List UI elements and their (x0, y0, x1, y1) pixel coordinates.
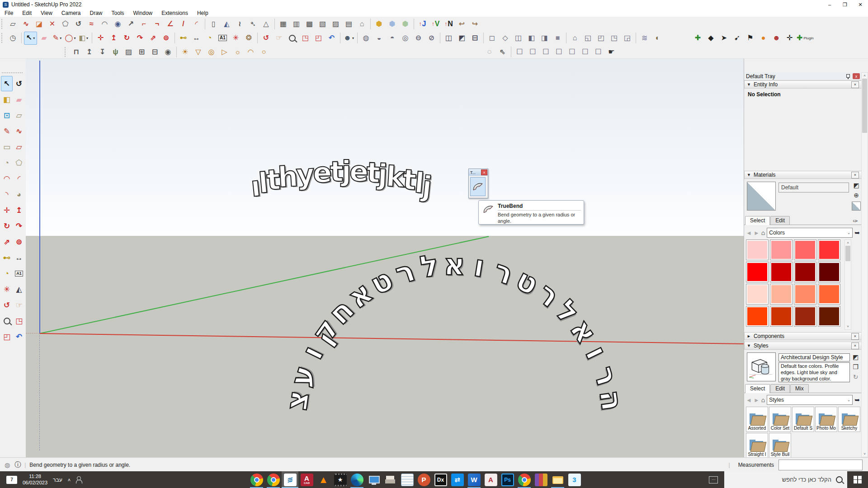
style-folder[interactable]: Color Set (769, 407, 791, 432)
details-arrow-icon[interactable]: ➥ (854, 396, 860, 404)
style-folder[interactable]: Straight I (746, 433, 768, 458)
scroll-thumb[interactable] (862, 79, 867, 133)
cut-plane-icon[interactable]: ✕ (46, 18, 58, 30)
tray-scrollbar[interactable]: ˄ ˅ (861, 72, 868, 457)
pan-tool-icon[interactable]: ☞ (273, 32, 285, 44)
column-tool-icon[interactable]: ▯ (208, 18, 220, 30)
flag-tool-icon[interactable]: ⚑ (744, 32, 756, 44)
solid-split-icon[interactable]: ⊖ (412, 32, 425, 44)
taskbar-app-vlc[interactable]: ▲ (315, 471, 332, 488)
push-pull-tool-icon[interactable]: ↥ (13, 202, 25, 218)
viewport-3d[interactable]: ılthyetjetjktlj צעוקחאטרלאורטרלאורה T...… (26, 59, 744, 457)
menu-camera[interactable]: Camera (57, 10, 85, 16)
tab-mix[interactable]: Mix (790, 384, 809, 393)
circle-select-icon[interactable]: ◌ (483, 46, 495, 58)
collapse-arrow-icon[interactable]: ▼ (747, 82, 751, 87)
color-swatch[interactable] (770, 284, 793, 305)
round-corner-icon[interactable]: ⌐ (138, 18, 150, 30)
leaf-hatch-icon[interactable]: ▨ (123, 46, 135, 58)
styles-header[interactable]: ▼ Styles × (744, 342, 862, 350)
kite-pin-icon[interactable]: ▷ (218, 46, 231, 58)
menu-extensions[interactable]: Extensions (157, 10, 193, 16)
dimension-tool-icon[interactable]: ↔ (190, 32, 203, 44)
components-header[interactable]: ► Components × (744, 332, 862, 340)
loop-select-icon[interactable]: ↺ (72, 18, 85, 30)
taskbar-app-3ds-max[interactable]: 3 (566, 471, 583, 488)
palette-grip[interactable] (2, 72, 23, 73)
style-hidden-line-icon[interactable]: ◫ (512, 32, 524, 44)
rotate-tool-icon[interactable]: ↻ (121, 32, 133, 44)
tape-measure-icon[interactable]: ⊷ (177, 32, 189, 44)
pin-icon[interactable] (846, 74, 850, 78)
collapse-arrow-icon[interactable]: ▼ (747, 343, 751, 348)
tab-edit[interactable]: Edit (770, 216, 790, 225)
color-swatch[interactable] (818, 306, 840, 327)
scroll-up-icon[interactable]: ˄ (847, 240, 849, 246)
pin-arrow-icon[interactable]: ➹ (731, 32, 743, 44)
view-right-icon[interactable]: ◳ (608, 32, 620, 44)
taskbar-app-winrar[interactable] (533, 471, 549, 488)
slope-edge-icon[interactable]: / (177, 18, 189, 30)
style-textured-icon[interactable]: ◨ (538, 32, 551, 44)
menu-view[interactable]: View (36, 10, 57, 16)
component-down-icon[interactable]: ↧ (96, 46, 108, 58)
color-swatch[interactable] (746, 262, 769, 282)
collapse-arrow-icon[interactable]: ▼ (747, 173, 751, 177)
sketchy-edges-icon[interactable]: ▱ (7, 18, 19, 30)
back-icon[interactable]: ◄ (746, 230, 752, 236)
color-swatch[interactable] (770, 239, 793, 260)
paint-wheel-icon[interactable]: ❂ (243, 32, 255, 44)
dome-orange-icon[interactable]: ◠ (245, 46, 257, 58)
orbit-tool-icon[interactable]: ↺ (1, 297, 13, 313)
entity-info-close-icon[interactable]: × (851, 81, 859, 88)
bend-down-icon[interactable]: ↩ (456, 18, 468, 30)
rotate-tool-icon[interactable]: ↻ (1, 218, 13, 234)
prism-tool-icon[interactable]: ◭ (221, 18, 233, 30)
taskbar-app-edge[interactable] (349, 471, 365, 488)
menu-edit[interactable]: Edit (18, 10, 36, 16)
hatch-vertical-icon[interactable]: ▥ (290, 18, 302, 30)
style-xray-icon[interactable]: ◻ (486, 32, 498, 44)
corner-cube-green-icon[interactable]: ⬢ (399, 18, 411, 30)
polygon-draw-icon[interactable]: ⬠ (59, 18, 71, 30)
taskbar-app-teamviewer[interactable]: ⇄ (449, 471, 466, 488)
pan-tool-icon[interactable]: ☞ (13, 297, 25, 313)
fillet-corner-icon[interactable]: ¬ (151, 18, 163, 30)
box-style-6-icon[interactable]: ☐ (579, 46, 591, 58)
paint-bucket-icon[interactable]: ◧▾ (77, 32, 90, 44)
grid-fill-icon[interactable]: ▦ (277, 18, 289, 30)
view-front-icon[interactable]: ◰ (595, 32, 607, 44)
shape-tool-icon[interactable]: ◯▾ (64, 32, 76, 44)
view-iso-icon[interactable]: ⌂ (569, 32, 581, 44)
view-top-icon[interactable]: ◱ (582, 32, 594, 44)
material-sample-icon[interactable] (852, 202, 861, 211)
geolocation-icon[interactable]: ◍ (5, 461, 10, 469)
wave-tool-icon[interactable]: ≀ (234, 18, 246, 30)
add-location-icon[interactable]: ✚ (692, 32, 704, 44)
hatch-cross-icon[interactable]: ▩ (303, 18, 316, 30)
eraser-tool-icon[interactable]: ▰ (13, 92, 25, 107)
color-swatch[interactable] (770, 306, 793, 327)
select-tool-icon[interactable]: ↖▾ (24, 32, 37, 45)
taskbar-app-word[interactable]: W (466, 471, 482, 488)
make-component-icon[interactable]: ⊡ (1, 108, 13, 123)
scale-tool-icon[interactable]: ⇗ (1, 234, 13, 249)
component-up-icon[interactable]: ↥ (83, 46, 95, 58)
color-swatch[interactable] (794, 239, 816, 260)
zoom-tool-icon[interactable] (286, 32, 298, 44)
color-swatch[interactable] (746, 306, 769, 327)
menu-help[interactable]: Help (193, 10, 213, 16)
pie-tool-icon[interactable]: ◕ (13, 187, 25, 202)
taskbar-app-chrome-2[interactable] (265, 471, 282, 488)
back-icon[interactable]: ◄ (746, 397, 752, 404)
follow-me-tool-icon[interactable]: ↷ (134, 32, 146, 44)
solid-outer-shell-icon[interactable]: ⊘ (425, 32, 438, 44)
materials-close-icon[interactable]: × (851, 172, 859, 178)
flow-curve-icon[interactable]: ≈ (85, 18, 98, 30)
language-indicator[interactable]: עבר (53, 477, 62, 483)
funnel-tool-icon[interactable]: ▽ (192, 46, 204, 58)
scroll-thumb[interactable] (845, 246, 850, 261)
forward-icon[interactable]: ► (754, 230, 760, 236)
view-back-icon[interactable]: ◲ (621, 32, 633, 44)
zoom-window-tool-icon[interactable]: ◳ (299, 32, 311, 44)
